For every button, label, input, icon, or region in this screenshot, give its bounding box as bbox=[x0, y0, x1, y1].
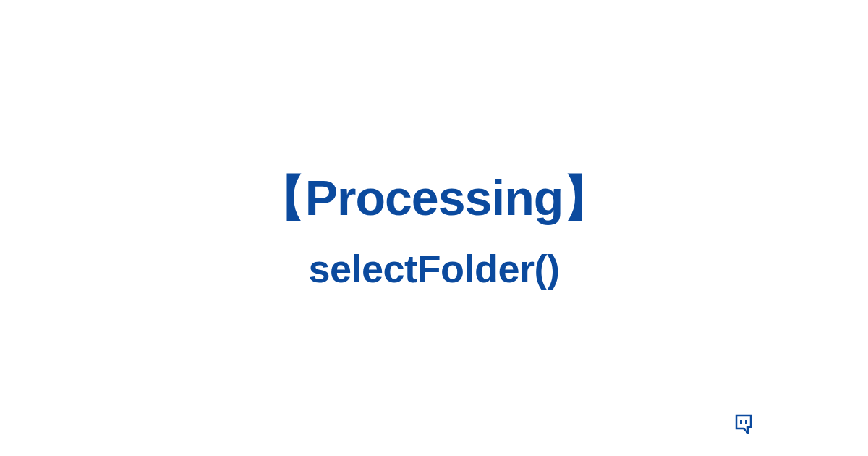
svg-rect-0 bbox=[740, 420, 742, 424]
page-title: 【Processing】 bbox=[0, 166, 868, 232]
page-subtitle: selectFolder() bbox=[0, 246, 868, 291]
svg-rect-1 bbox=[745, 420, 747, 424]
main-content: 【Processing】 selectFolder() bbox=[0, 166, 868, 291]
brand-logo-icon bbox=[735, 414, 752, 434]
